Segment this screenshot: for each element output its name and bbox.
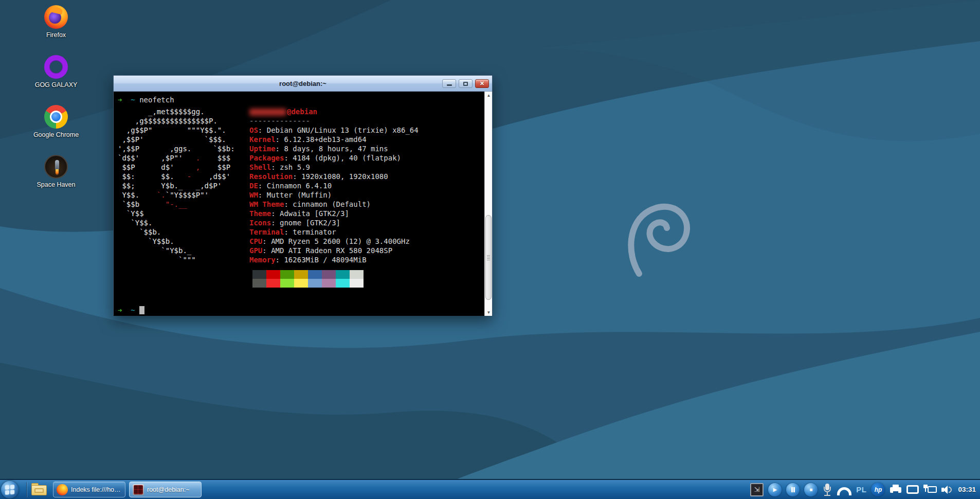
desktop-icon-label: Firefox bbox=[46, 31, 66, 39]
neofetch-info: @debian--------------OS: Debian GNU/Linu… bbox=[249, 107, 419, 264]
volume-icon[interactable] bbox=[941, 483, 953, 497]
close-button[interactable]: ✕ bbox=[475, 79, 489, 88]
info-row: Memory: 16263MiB / 48094MiB bbox=[249, 255, 419, 264]
info-row: Theme: Adwaita [GTK2/3] bbox=[249, 209, 419, 218]
minimize-button[interactable] bbox=[442, 79, 456, 88]
scroll-down-arrow[interactable]: ▼ bbox=[485, 309, 493, 316]
window-list: Indeks file:///hom...root@debian:~ bbox=[53, 482, 205, 497]
keyboard-layout-icon[interactable]: PL bbox=[856, 483, 866, 497]
palette-swatch bbox=[308, 270, 322, 279]
gog-icon bbox=[44, 55, 68, 79]
phone-icon[interactable] bbox=[837, 483, 851, 497]
palette-swatch bbox=[280, 279, 294, 288]
taskbar-window-title: Indeks file:///hom... bbox=[71, 486, 122, 493]
prompt-line: ➜ ~ neofetch bbox=[118, 95, 174, 104]
palette-swatch bbox=[308, 279, 322, 288]
scroll-up-arrow[interactable]: ▲ bbox=[485, 92, 493, 99]
desktop-icon-spacehaven[interactable]: Space Haven bbox=[23, 155, 89, 188]
palette-swatch bbox=[252, 270, 266, 279]
info-row: Kernel: 6.12.38+deb13-amd64 bbox=[249, 135, 419, 144]
window-titlebar[interactable]: root@debian:~ ✕ bbox=[114, 76, 492, 92]
info-row: DE: Cinnamon 6.4.10 bbox=[249, 181, 419, 190]
scrollbar[interactable]: ▲ ▼ bbox=[484, 92, 492, 316]
debian-ascii-art: _,met$$$$$gg. ,g$$$$$$$$$$$$$$$P. ,g$$P"… bbox=[118, 107, 235, 264]
palette-swatch bbox=[336, 279, 350, 288]
palette-swatch bbox=[294, 270, 308, 279]
file-manager-button[interactable] bbox=[30, 482, 48, 497]
info-row: WM Theme: cinnamon (Default) bbox=[249, 200, 419, 209]
system-tray: ⇲▶■PLhp bbox=[750, 483, 953, 497]
prompt-line-current: ➜ ~ bbox=[118, 306, 144, 315]
neofetch-user-host: @debian bbox=[249, 107, 419, 116]
taskbar-window-title: root@debian:~ bbox=[147, 486, 190, 493]
minimize-icon bbox=[447, 84, 452, 86]
palette-swatch bbox=[350, 279, 364, 288]
terminal-output[interactable]: ➜ ~ neofetch _,met$$$$$gg. ,g$$$$$$$$$$$… bbox=[114, 92, 484, 316]
desktop-icon-list: FirefoxGOG GALAXYGoogle ChromeSpace Have… bbox=[23, 5, 89, 205]
info-row: GPU: AMD ATI Radeon RX 580 2048SP bbox=[249, 246, 419, 255]
window-title: root@debian:~ bbox=[279, 80, 326, 87]
snip-tool-icon[interactable]: ⇲ bbox=[750, 483, 764, 497]
firefox-icon bbox=[44, 5, 68, 29]
palette-swatch bbox=[252, 279, 266, 288]
palette-swatch bbox=[266, 270, 280, 279]
terminal-window: root@debian:~ ✕ ➜ ~ neofetch _,met$$$$$g… bbox=[113, 75, 493, 316]
window-controls: ✕ bbox=[442, 79, 489, 88]
terminal-icon bbox=[133, 484, 144, 495]
info-row: Uptime: 8 days, 8 hours, 47 mins bbox=[249, 144, 419, 153]
command-text: neofetch bbox=[139, 96, 174, 104]
palette-swatch bbox=[266, 279, 280, 288]
chrome-icon bbox=[44, 105, 68, 129]
info-row: WM: Mutter (Muffin) bbox=[249, 190, 419, 200]
palette-swatch bbox=[280, 270, 294, 279]
firefox-icon bbox=[57, 484, 68, 495]
palette-swatch bbox=[294, 279, 308, 288]
maximize-button[interactable] bbox=[459, 79, 473, 88]
taskbar-window-button-firefox[interactable]: Indeks file:///hom... bbox=[53, 482, 125, 497]
info-row: Icons: gnome [GTK2/3] bbox=[249, 218, 419, 227]
taskbar-separator bbox=[26, 482, 27, 497]
media-play-icon[interactable]: ▶ bbox=[768, 483, 782, 497]
scrollbar-thumb[interactable] bbox=[485, 215, 492, 300]
start-menu-button[interactable] bbox=[1, 481, 19, 498]
text-cursor bbox=[139, 306, 144, 314]
network-display-icon[interactable] bbox=[923, 483, 937, 497]
desktop-icon-gog[interactable]: GOG GALAXY bbox=[23, 55, 89, 88]
desktop: FirefoxGOG GALAXYGoogle ChromeSpace Have… bbox=[0, 0, 980, 499]
info-row: CPU: AMD Ryzen 5 2600 (12) @ 3.400GHz bbox=[249, 237, 419, 246]
palette-swatch bbox=[350, 270, 364, 279]
maximize-icon bbox=[463, 82, 468, 86]
spacehaven-icon bbox=[44, 155, 68, 179]
clock[interactable]: 03:31 bbox=[958, 486, 976, 493]
palette-swatch bbox=[322, 279, 336, 288]
redacted-username bbox=[249, 109, 286, 116]
media-stop-icon[interactable]: ■ bbox=[804, 483, 818, 497]
desktop-icon-label: Space Haven bbox=[37, 181, 75, 188]
windows-flag-icon bbox=[5, 485, 14, 494]
info-row: Shell: zsh 5.9 bbox=[249, 163, 419, 172]
info-row: OS: Debian GNU/Linux 13 (trixie) x86_64 bbox=[249, 126, 419, 135]
info-row: Resolution: 1920x1080, 1920x1080 bbox=[249, 172, 419, 181]
taskbar-window-button-terminal[interactable]: root@debian:~ bbox=[129, 482, 202, 497]
terminal-color-palette bbox=[252, 270, 364, 288]
close-icon: ✕ bbox=[480, 80, 484, 87]
palette-swatch bbox=[336, 270, 350, 279]
desktop-icon-firefox[interactable]: Firefox bbox=[23, 5, 89, 39]
desktop-icon-label: GOG GALAXY bbox=[35, 81, 78, 88]
media-pause-icon[interactable] bbox=[786, 483, 800, 497]
info-row: Terminal: terminator bbox=[249, 227, 419, 237]
microphone-icon[interactable] bbox=[822, 483, 832, 497]
printer-icon[interactable] bbox=[890, 483, 902, 497]
info-row: Packages: 4184 (dpkg), 40 (flatpak) bbox=[249, 153, 419, 163]
display-icon[interactable] bbox=[906, 483, 919, 497]
hp-agent-icon[interactable]: hp bbox=[871, 483, 885, 497]
desktop-icon-label: Google Chrome bbox=[33, 131, 79, 138]
desktop-icon-chrome[interactable]: Google Chrome bbox=[23, 105, 89, 138]
palette-swatch bbox=[322, 270, 336, 279]
taskbar: Indeks file:///hom...root@debian:~ ⇲▶■PL… bbox=[0, 479, 980, 499]
